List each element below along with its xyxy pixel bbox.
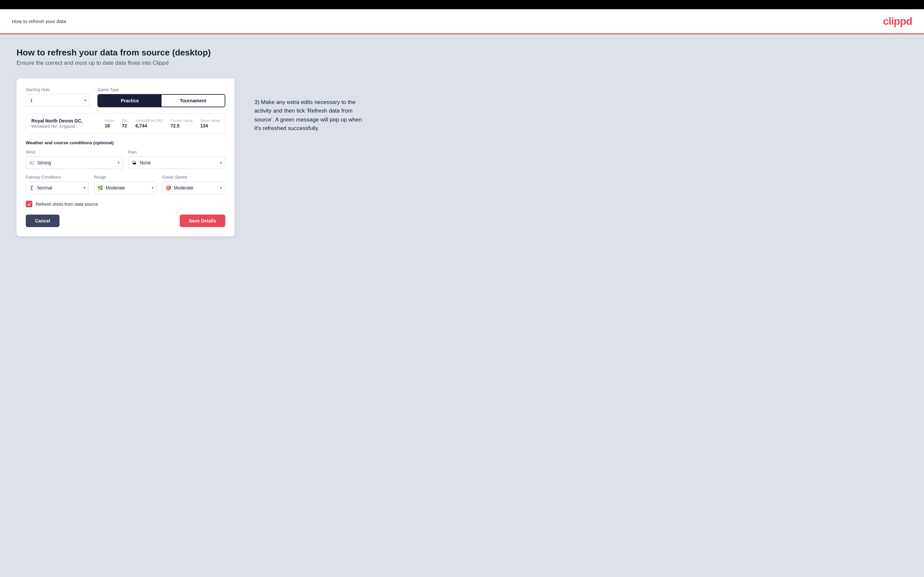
game-type-group: Game Type Practice Tournament — [97, 87, 225, 107]
rough-label: Rough — [94, 175, 157, 180]
checkmark-icon — [27, 202, 31, 206]
rough-group: Rough 🌿 Moderate Light Heavy ▾ — [94, 175, 157, 194]
practice-button[interactable]: Practice — [98, 95, 161, 106]
course-location: Westward Ho!, England — [31, 124, 105, 129]
par-value: 72 — [122, 123, 127, 128]
slope-rating-label: Slope rating — [200, 119, 220, 122]
holes-value: 18 — [105, 123, 110, 128]
rough-wrapper: 🌿 Moderate Light Heavy ▾ — [94, 182, 157, 194]
conditions-grid-bottom: Fairway Conditions 🏌 Normal Soft Hard ▾ … — [26, 175, 225, 194]
yards-value: 6,744 — [136, 123, 147, 128]
conditions-section-title: Weather and course conditions (optional) — [26, 140, 225, 145]
checkbox-row: Refresh shots from data source — [26, 201, 225, 207]
cancel-button[interactable]: Cancel — [26, 214, 60, 227]
stat-holes: Holes 18 — [105, 119, 114, 128]
holes-label: Holes — [105, 119, 114, 122]
slope-rating-value: 134 — [200, 123, 208, 128]
stat-course-rating: Course rating 72.5 — [170, 119, 192, 128]
course-rating-label: Course rating — [170, 119, 192, 122]
actions-row: Cancel Save Details — [26, 214, 225, 227]
green-speed-label: Green Speed — [162, 175, 225, 180]
form-card: Starting Hole 1 10 ▾ Game Type Practice … — [16, 78, 234, 236]
par-label: Par — [122, 119, 128, 122]
stat-yards: Yards/White (M)) 6,744 — [136, 119, 163, 128]
stat-slope-rating: Slope rating 134 — [200, 119, 220, 128]
wind-select[interactable]: Strong None Light Moderate — [26, 156, 123, 169]
rough-select[interactable]: Moderate Light Heavy — [94, 182, 157, 194]
wind-group: Wind 💨 Strong None Light Moderate ▾ — [26, 150, 123, 169]
logo: clippd — [883, 15, 912, 27]
course-rating-value: 72.5 — [170, 123, 179, 128]
green-speed-wrapper: 🎯 Moderate Slow Fast ▾ — [162, 182, 225, 194]
green-speed-select[interactable]: Moderate Slow Fast — [162, 182, 225, 194]
stat-par: Par 72 — [122, 119, 128, 128]
refresh-checkbox-label: Refresh shots from data source — [36, 202, 98, 206]
course-card: Royal North Devon GC, Westward Ho!, Engl… — [26, 113, 225, 134]
fairway-select[interactable]: Normal Soft Hard — [26, 182, 89, 194]
rain-group: Rain 🌤 None Light Heavy ▾ — [128, 150, 225, 169]
game-type-toggle: Practice Tournament — [97, 94, 225, 107]
game-type-label: Game Type — [97, 87, 225, 92]
wind-label: Wind — [26, 150, 123, 155]
yards-label: Yards/White (M)) — [136, 119, 163, 122]
starting-hole-group: Starting Hole 1 10 ▾ — [26, 87, 89, 107]
rain-select[interactable]: None Light Heavy — [128, 156, 225, 169]
course-info: Royal North Devon GC, Westward Ho!, Engl… — [31, 118, 105, 129]
header: How to refresh your data clippd — [0, 9, 924, 34]
page-subheading: Ensure the correct and most up to date d… — [16, 60, 908, 66]
refresh-checkbox[interactable] — [26, 201, 32, 207]
starting-hole-select[interactable]: 1 10 — [26, 94, 89, 106]
page-heading: How to refresh your data from source (de… — [16, 48, 908, 58]
main-content: How to refresh your data from source (de… — [0, 34, 924, 577]
rain-label: Rain — [128, 150, 225, 155]
fairway-label: Fairway Conditions — [26, 175, 89, 180]
save-details-button[interactable]: Save Details — [180, 214, 226, 227]
header-title: How to refresh your data — [12, 18, 66, 24]
form-top-row: Starting Hole 1 10 ▾ Game Type Practice … — [26, 87, 225, 107]
starting-hole-wrapper: 1 10 ▾ — [26, 94, 89, 106]
rain-wrapper: 🌤 None Light Heavy ▾ — [128, 156, 225, 169]
fairway-group: Fairway Conditions 🏌 Normal Soft Hard ▾ — [26, 175, 89, 194]
green-speed-group: Green Speed 🎯 Moderate Slow Fast ▾ — [162, 175, 225, 194]
top-bar — [0, 0, 924, 9]
course-stats: Holes 18 Par 72 Yards/White (M)) 6,744 C… — [105, 119, 220, 128]
tournament-button[interactable]: Tournament — [162, 95, 225, 106]
side-text: 3) Make any extra edits necessary to the… — [254, 78, 367, 133]
starting-hole-label: Starting Hole — [26, 87, 89, 92]
wind-wrapper: 💨 Strong None Light Moderate ▾ — [26, 156, 123, 169]
content-area: Starting Hole 1 10 ▾ Game Type Practice … — [16, 78, 908, 236]
conditions-grid-top: Wind 💨 Strong None Light Moderate ▾ Rain — [26, 150, 225, 169]
fairway-wrapper: 🏌 Normal Soft Hard ▾ — [26, 182, 89, 194]
course-name: Royal North Devon GC, — [31, 118, 105, 124]
